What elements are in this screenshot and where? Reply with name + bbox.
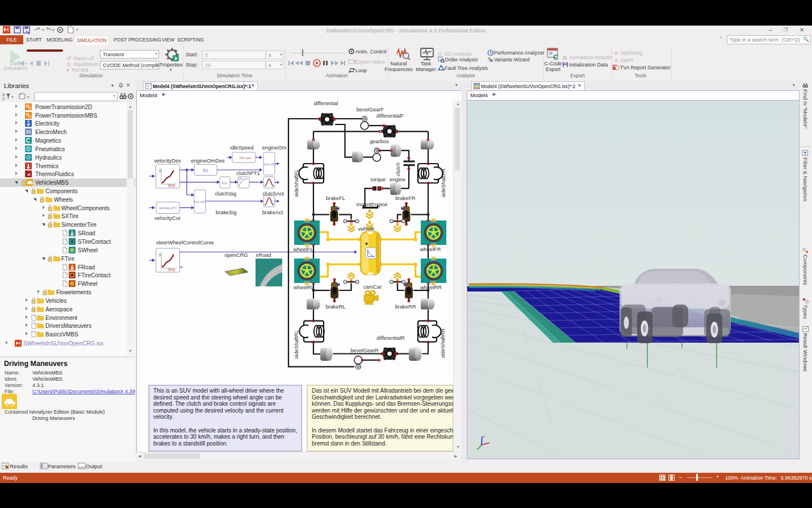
svg-text:bevelGearF: bevelGearF xyxy=(357,107,384,113)
svg-text:C: C xyxy=(553,53,559,61)
svg-text:gearbox: gearbox xyxy=(370,139,389,144)
svg-text:accelerates to 30 km/h, makes: accelerates to 30 km/h, makes a right tu… xyxy=(153,434,284,440)
svg-text:camCar: camCar xyxy=(363,284,382,290)
svg-text:▾: ▾ xyxy=(52,28,55,32)
svg-text:brakeAct: brakeAct xyxy=(262,210,283,215)
svg-text:openCRG: openCRG xyxy=(224,252,248,258)
svg-text:▾: ▾ xyxy=(27,95,30,99)
svg-text:können. Das Kupplungs- und das: können. Das Kupplungs- und das Bremsen-S… xyxy=(312,401,453,407)
svg-text:y: y xyxy=(159,252,161,257)
svg-text:velocityDes: velocityDes xyxy=(154,158,181,164)
svg-text:▾: ▾ xyxy=(11,95,14,99)
svg-text:z: z xyxy=(483,435,485,438)
svg-text:▾: ▾ xyxy=(42,28,44,32)
svg-text:engineOmDes: engineOmDes xyxy=(191,158,225,164)
svg-text:In diesem Modell startet das F: In diesem Modell startet das Fahrzeug in… xyxy=(312,427,453,434)
svg-text:brakeSig: brakeSig xyxy=(216,210,237,215)
svg-text:time: time xyxy=(168,268,175,272)
svg-text:In this model, the vehicle sta: In this model, the vehicle starts in a s… xyxy=(153,427,297,434)
svg-text:f(x): f(x) xyxy=(222,181,227,185)
svg-text:velocity.: velocity. xyxy=(153,414,173,420)
svg-text:desired speed and the steering: desired speed and the steering wheel ang… xyxy=(153,394,282,401)
svg-text:bremst dann in den Stillstand.: bremst dann in den Stillstand. xyxy=(312,440,387,447)
svg-text:A: A xyxy=(2,93,5,97)
svg-text:brakeFR: brakeFR xyxy=(395,195,416,201)
svg-text:werden mit Hilfe der gewünscht: werden mit Hilfe der gewünschten und der… xyxy=(311,407,453,414)
svg-text:engineOm: engineOm xyxy=(262,145,287,151)
svg-text:brakeRR: brakeRR xyxy=(395,304,416,310)
svg-text:f(x1,x2): f(x1,x2) xyxy=(194,200,205,203)
svg-text:This is an SUV model with all-: This is an SUV model with all-wheel driv… xyxy=(153,388,284,394)
svg-text:time: time xyxy=(168,184,175,188)
svg-text:wheelFL: wheelFL xyxy=(292,247,313,252)
svg-text:wheelRL: wheelRL xyxy=(293,285,314,290)
svg-text:700 rpm: 700 rpm xyxy=(239,156,252,160)
svg-text:sideShaftRR: sideShaftRR xyxy=(440,328,446,358)
svg-text:f(o): f(o) xyxy=(203,168,208,173)
svg-text:differentialF: differentialF xyxy=(376,113,404,119)
svg-text:mountEngine: mountEngine xyxy=(357,202,388,207)
svg-text:clutchPT1: clutchPT1 xyxy=(236,170,259,176)
svg-text:brakeFL: brakeFL xyxy=(326,195,345,201)
svg-text:engine: engine xyxy=(390,177,405,182)
svg-text:torque: torque xyxy=(371,177,386,182)
svg-text:vehicle.vXY: vehicle.vXY xyxy=(159,206,177,210)
svg-text:f(x1,x2): f(x1,x2) xyxy=(264,163,275,166)
svg-text:brakeRL: brakeRL xyxy=(325,304,345,310)
svg-text:steerWheelControlCurve: steerWheelControlCurve xyxy=(156,240,214,245)
svg-text:differentialR: differentialR xyxy=(376,335,405,341)
svg-text:clutch: clutch xyxy=(395,163,401,176)
svg-text:sideShaftFL: sideShaftFL xyxy=(294,169,299,197)
svg-text:Geschwindigkeit und der Lankra: Geschwindigkeit und der Lankradwinkel vo… xyxy=(312,394,453,401)
svg-text:wheelRR: wheelRR xyxy=(420,285,442,290)
svg-text:clutchSig: clutchSig xyxy=(215,191,236,197)
svg-text:PT: PT xyxy=(239,177,242,181)
svg-text:sRoad: sRoad xyxy=(256,252,271,258)
svg-text:differential: differential xyxy=(314,101,338,106)
svg-text:Das ist ein SUV Modell mit All: Das ist ein SUV Modell mit Allradantrieb… xyxy=(312,388,453,394)
svg-text:brakes to a standstill positio: brakes to a standstill position. xyxy=(153,440,228,447)
svg-text:Geschwindigkeit berechnet.: Geschwindigkeit berechnet. xyxy=(312,414,382,420)
svg-text:Z: Z xyxy=(2,97,5,101)
svg-text:computed using the desired vel: computed using the desired velocity and … xyxy=(153,407,283,414)
svg-text:velocityCur: velocityCur xyxy=(154,215,181,221)
svg-text:Position, beschleunigt auf 30: Position, beschleunigt auf 30 km/h, fähr… xyxy=(312,434,453,440)
svg-text:sideShaftRL: sideShaftRL xyxy=(294,330,299,359)
svg-text:idleSpeed: idleSpeed xyxy=(230,145,253,151)
svg-text:wheelFR: wheelFR xyxy=(420,247,441,252)
svg-text:sideShaftFR: sideShaftFR xyxy=(441,168,446,197)
svg-text:▾: ▾ xyxy=(76,28,78,32)
svg-text:defined. The clutch and brake: defined. The clutch and brake control si… xyxy=(153,401,276,407)
svg-text:y: y xyxy=(159,168,161,173)
svg-text:vehicle: vehicle xyxy=(358,226,375,232)
svg-text:bevelGearR: bevelGearR xyxy=(350,348,379,353)
